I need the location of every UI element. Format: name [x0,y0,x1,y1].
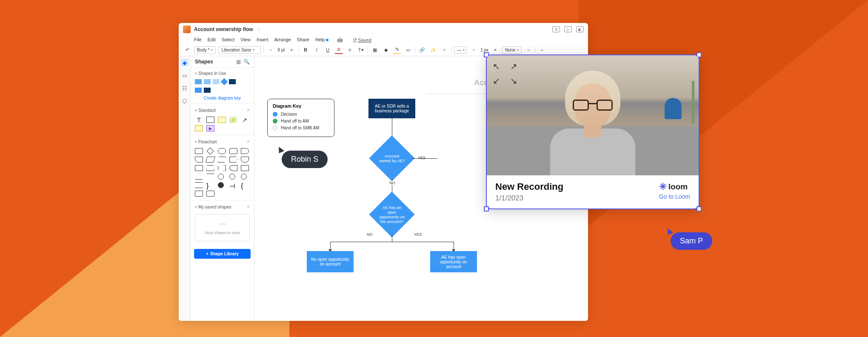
bold-button[interactable]: B [301,46,310,54]
menu-select[interactable]: Select [222,37,235,43]
video-thumbnail[interactable]: ↖ ↗ ↙ ↘ [487,55,699,175]
lock-button[interactable]: ○ [440,46,448,54]
loom-video-card[interactable]: ↖ ↗ ↙ ↘ New Recording 1/1/2023 ✳loom Go … [486,54,700,209]
record-icon[interactable]: ◧ [576,26,584,32]
containers-tab-icon[interactable]: ▭ [181,71,188,79]
line-width-decrease[interactable]: − [469,46,478,54]
note-shape[interactable] [218,117,226,123]
flow-shape[interactable]: ⊣ [229,182,236,188]
section-close-icon[interactable]: × [247,204,250,210]
magic-button[interactable]: ✨ [429,46,437,54]
fill-button[interactable]: ▦ [371,46,379,54]
menu-edit[interactable]: Edit [208,37,216,43]
play-shape[interactable]: ▶ [206,125,214,131]
flow-shape[interactable] [229,157,237,163]
text-options-button[interactable]: T▾ [357,46,365,54]
style-select[interactable]: Body * [194,46,216,54]
flow-shape[interactable] [206,165,214,171]
section-flowchart[interactable]: Flowchart× [195,137,250,146]
flow-shape[interactable] [195,191,203,197]
flow-shape[interactable]: } [206,182,214,188]
border-button[interactable]: ▭ [404,46,412,54]
saved-shapes-dropzone[interactable]: ▫▫▫ Drop shapes to save [195,214,250,241]
underline-button[interactable]: U [323,46,332,54]
flow-shape[interactable] [207,148,214,155]
shape-library-button[interactable]: + Shape Library [194,249,251,259]
present-icon[interactable]: ▷ [564,26,572,32]
section-saved-shapes[interactable]: My saved shapes× [195,202,250,211]
link-button[interactable]: 🔗 [418,46,426,54]
flow-shape[interactable] [241,157,249,163]
favorite-star-icon[interactable]: ☆ [257,26,261,32]
flow-shape[interactable] [229,174,235,180]
menu-share[interactable]: Share [297,37,309,43]
action-shape[interactable]: ⚡ [229,117,237,123]
font-size-decrease[interactable]: − [266,46,275,54]
undo-icon[interactable]: ↶ [183,46,191,54]
flow-shape[interactable]: { [241,182,249,188]
flow-shape[interactable] [195,165,203,171]
flow-shape[interactable] [218,174,224,180]
flow-node-result-2[interactable]: AE has open opportunity on account [430,251,477,272]
arrow-select[interactable]: None [502,46,522,54]
italic-button[interactable]: I [312,46,321,54]
flow-shape[interactable] [229,148,237,154]
flow-shape[interactable] [218,148,226,154]
presence-icon[interactable]: ⊡ [552,26,560,32]
font-select[interactable]: Liberation Sans [218,46,261,54]
resize-handle-icon[interactable] [697,206,702,211]
swatch[interactable] [204,88,211,93]
flow-shape[interactable] [241,165,249,171]
line-width-increase[interactable]: + [491,46,500,54]
connector-button[interactable]: ⌐ [538,46,547,54]
swatch[interactable] [204,79,211,84]
flow-shape[interactable] [206,174,214,180]
highlight-button[interactable]: ✎ [393,46,401,54]
flow-shape[interactable] [218,165,226,171]
flow-node-decision-1[interactable]: Account owned by AE? [369,135,414,181]
ai-icon[interactable]: 🤖 [337,37,343,43]
flow-shape[interactable] [206,157,215,163]
sticky-shape[interactable] [195,125,203,131]
section-standard[interactable]: Standard× [195,106,250,115]
menu-arrange[interactable]: Arrange [274,37,291,43]
line-style-select[interactable]: — [454,46,467,54]
data-tab-icon[interactable]: ☷ [181,84,188,92]
section-close-icon[interactable]: × [247,107,250,113]
swatch[interactable] [213,79,220,84]
create-diagram-key-link[interactable]: Create diagram key [195,94,250,102]
swatch[interactable] [195,88,202,93]
flow-shape[interactable] [218,182,224,188]
diagram-key-card[interactable]: Diagram Key Decision Hand off to AM Hand… [267,99,334,137]
menu-file[interactable]: File [194,37,202,43]
section-close-icon[interactable]: × [247,139,250,145]
flow-shape[interactable] [241,174,247,180]
saved-status[interactable]: ⟳ Saved [353,37,371,43]
arrow-shape[interactable]: ↗ [240,117,248,123]
expand-icon[interactable]: ↖ ↗ ↙ ↘ [493,61,517,86]
arrow-end-button[interactable]: → [524,46,533,54]
text-color-button[interactable]: A [334,46,343,54]
panel-search-icon[interactable]: 🔍 [243,59,250,65]
flow-node-decision-2[interactable]: AE has an open opportunity on the accoun… [369,191,414,237]
layers-tab-icon[interactable]: ⬡ [181,97,188,105]
flow-shape[interactable] [195,148,203,154]
go-to-loom-link[interactable]: Go to Loom [659,193,690,200]
menu-view[interactable]: View [240,37,251,43]
menu-help[interactable]: Help [315,37,328,43]
section-shapes-in-use[interactable]: Shapes In Use [195,69,250,77]
shapes-tab-icon[interactable]: ◆ [181,59,188,66]
text-shape[interactable]: T [195,117,203,123]
swatch-diamond[interactable] [221,78,228,86]
flow-shape[interactable] [218,157,226,163]
flow-shape[interactable] [195,157,203,163]
shape-fill-button[interactable]: ◆ [382,46,390,54]
font-size-increase[interactable]: + [287,46,296,54]
flow-shape[interactable] [229,165,237,171]
swatch[interactable] [229,79,236,84]
flow-node-result-1[interactable]: No open opportunity on account [307,251,354,272]
swatch[interactable] [195,79,202,84]
align-button[interactable]: ≡ [345,46,354,54]
rect-shape[interactable] [206,117,214,123]
flow-shape[interactable] [195,174,203,180]
